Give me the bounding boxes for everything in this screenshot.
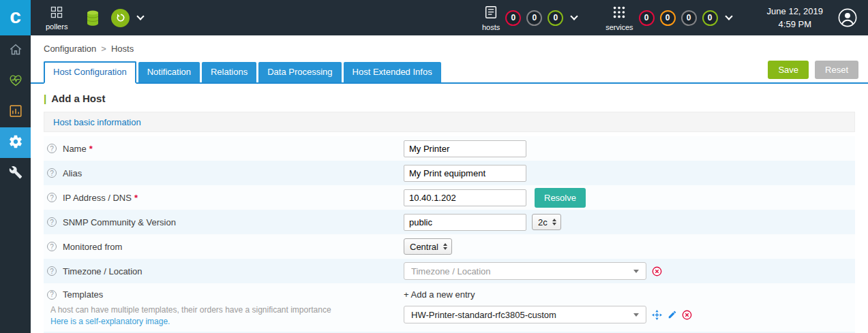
snmp-version-select[interactable]: 2c <box>532 214 561 230</box>
pollers-label: pollers <box>46 22 68 31</box>
timezone-select[interactable]: Timezone / Location <box>404 262 646 280</box>
services-icon <box>612 5 627 21</box>
tab-host-configuration[interactable]: Host Configuration <box>44 61 136 84</box>
timezone-label: Timezone / Location <box>63 266 143 276</box>
sidebar-item-home[interactable] <box>0 35 31 66</box>
alias-input[interactable] <box>404 165 526 182</box>
tab-data-processing[interactable]: Data Processing <box>258 62 341 82</box>
tab-notification[interactable]: Notification <box>138 62 200 82</box>
database-icon[interactable] <box>85 10 100 27</box>
help-icon[interactable]: ? <box>47 144 57 153</box>
reset-button[interactable]: Reset <box>815 61 858 79</box>
home-icon <box>8 42 23 60</box>
help-icon[interactable]: ? <box>47 266 57 276</box>
page-title: |Add a Host <box>31 84 868 112</box>
monitored-from-value: Central <box>410 242 438 252</box>
hosts-down-counter[interactable]: 0 <box>505 10 521 26</box>
tab-bar: Host Configuration Notification Relation… <box>31 61 868 84</box>
page-title-text: Add a Host <box>51 93 105 104</box>
template-select[interactable]: HW-Printer-standard-rfc3805-custom <box>404 306 646 323</box>
chevron-down-icon[interactable] <box>725 12 732 20</box>
template-delete-icon[interactable] <box>682 310 692 320</box>
template-move-icon[interactable] <box>651 309 663 321</box>
breadcrumb-separator: > <box>101 44 106 54</box>
templates-label: Templates <box>63 289 103 300</box>
services-unknown-counter[interactable]: 0 <box>681 10 697 26</box>
logo-glyph: c <box>10 6 21 27</box>
sidebar <box>0 35 31 333</box>
timezone-placeholder: Timezone / Location <box>411 266 491 276</box>
pollers-icon <box>50 5 63 20</box>
config-sync-icon[interactable] <box>111 9 130 27</box>
datetime: June 12, 2019 4:59 PM <box>767 5 823 31</box>
snmp-version-value: 2c <box>538 217 548 227</box>
chevron-down-icon[interactable] <box>137 12 145 20</box>
select-arrows-icon <box>443 243 447 250</box>
services-warning-counter[interactable]: 0 <box>660 10 676 26</box>
services-critical-counter[interactable]: 0 <box>639 10 655 26</box>
host-form: ? Name * ? Alias ? IP Address / DNS * <box>44 136 855 333</box>
help-icon[interactable]: ? <box>47 217 57 227</box>
services-ok-counter[interactable]: 0 <box>702 10 718 26</box>
help-icon[interactable]: ? <box>47 290 57 300</box>
current-date: June 12, 2019 <box>767 5 823 18</box>
chevron-down-icon <box>633 313 639 317</box>
templates-help-link[interactable]: Here is a self-explanatory image. <box>47 317 170 326</box>
hosts-label: hosts <box>482 23 500 31</box>
timezone-clear-icon[interactable] <box>652 266 662 276</box>
required-marker: * <box>134 193 138 203</box>
sidebar-item-reporting[interactable] <box>0 97 31 127</box>
monitored-from-label: Monitored from <box>63 242 122 252</box>
sidebar-item-monitoring[interactable] <box>0 66 31 97</box>
centreon-logo[interactable]: c <box>0 0 31 35</box>
help-icon[interactable]: ? <box>47 242 57 251</box>
monitored-from-select[interactable]: Central <box>404 238 452 255</box>
name-label: Name <box>63 144 87 154</box>
current-time: 4:59 PM <box>767 18 823 31</box>
tab-actions: Save Reset <box>768 61 858 82</box>
form-row-name: ? Name * <box>44 136 855 161</box>
snmp-label: SNMP Community & Version <box>63 217 176 227</box>
resolve-button[interactable]: Resolve <box>535 188 586 208</box>
name-input[interactable] <box>404 140 526 157</box>
form-row-monitored-from: ? Monitored from Central <box>44 234 855 259</box>
template-edit-icon[interactable] <box>668 310 677 319</box>
select-arrows-icon <box>552 219 556 225</box>
hosts-status[interactable]: hosts <box>482 5 500 31</box>
form-row-timezone: ? Timezone / Location Timezone / Locatio… <box>44 259 855 283</box>
hosts-up-counter[interactable]: 0 <box>548 10 563 26</box>
help-icon[interactable]: ? <box>47 168 57 178</box>
tab-host-extended-infos[interactable]: Host Extended Infos <box>344 62 441 82</box>
sidebar-item-administration[interactable] <box>0 158 31 189</box>
gear-icon <box>8 134 23 152</box>
ip-label: IP Address / DNS <box>63 193 132 203</box>
help-icon[interactable]: ? <box>47 193 57 202</box>
breadcrumb: Configuration > Hosts <box>31 35 868 54</box>
topbar: c pollers hosts <box>0 0 868 35</box>
main-content: Configuration > Hosts Host Configuration… <box>31 35 868 333</box>
form-row-templates: ? Templates A host can have multiple tem… <box>44 283 855 332</box>
user-avatar-icon[interactable] <box>838 8 857 27</box>
sidebar-item-configuration[interactable] <box>0 127 31 158</box>
form-row-ip: ? IP Address / DNS * Resolve <box>44 185 855 210</box>
required-marker: * <box>89 144 93 154</box>
save-button[interactable]: Save <box>768 61 809 79</box>
chevron-down-icon[interactable] <box>571 12 578 20</box>
breadcrumb-hosts[interactable]: Hosts <box>111 44 134 54</box>
form-row-alias: ? Alias <box>44 161 855 185</box>
hosts-unreachable-counter[interactable]: 0 <box>526 10 542 26</box>
breadcrumb-configuration[interactable]: Configuration <box>44 44 96 54</box>
form-row-snmp: ? SNMP Community & Version 2c <box>44 210 855 234</box>
chevron-down-icon <box>633 270 639 273</box>
section-title: Host basic information <box>53 117 141 127</box>
snmp-community-input[interactable] <box>404 214 526 231</box>
ip-input[interactable] <box>404 189 526 206</box>
add-template-entry-button[interactable]: + Add a new entry <box>404 289 475 300</box>
pollers-status[interactable]: pollers <box>46 5 68 31</box>
section-header: Host basic information <box>44 112 855 132</box>
services-status[interactable]: services <box>605 5 633 31</box>
services-label: services <box>605 23 633 31</box>
templates-help-text: A host can have multiple templates, thei… <box>47 305 331 315</box>
tab-relations[interactable]: Relations <box>202 62 256 82</box>
wrench-icon <box>9 165 23 182</box>
